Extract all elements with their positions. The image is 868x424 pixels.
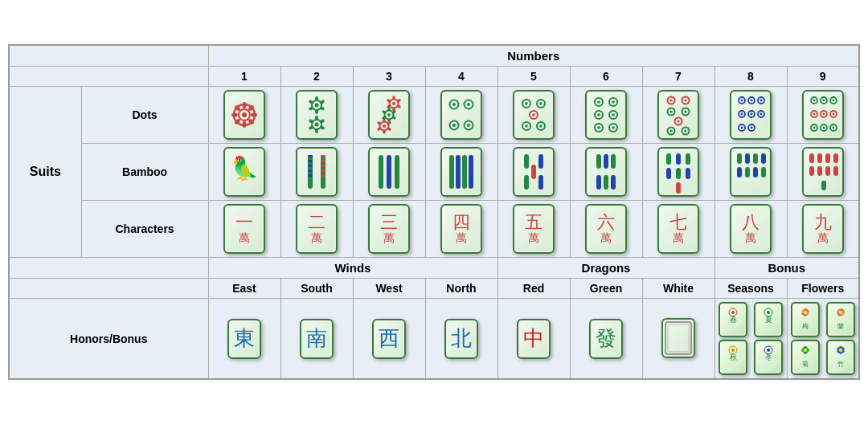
- bamboo-1-cell: 🦜: [208, 144, 280, 201]
- char-5-tile: 五 萬: [513, 204, 555, 254]
- svg-point-201: [804, 311, 807, 314]
- svg-point-82: [669, 99, 672, 101]
- bamboo-8-cell: [714, 144, 787, 201]
- svg-point-72: [612, 100, 615, 104]
- bamboo-2-tile: [296, 147, 338, 197]
- wind-west-cell: 西: [353, 299, 425, 380]
- characters-label: Characters: [81, 201, 208, 258]
- svg-rect-173: [753, 167, 758, 177]
- svg-text:蘭: 蘭: [837, 323, 844, 330]
- svg-rect-137: [321, 155, 326, 157]
- svg-point-21: [315, 116, 318, 120]
- flower-1-tile: 梅: [791, 302, 820, 337]
- flowers-cell: 梅 蘭: [787, 299, 859, 380]
- bamboo-8-tile: [730, 147, 772, 197]
- char-8-cell: 八 萬: [714, 201, 787, 258]
- col-green: Green: [570, 279, 642, 299]
- svg-rect-179: [809, 166, 814, 176]
- dot-2-tile: [296, 90, 338, 140]
- char-2-cell: 二 萬: [280, 201, 353, 258]
- svg-rect-139: [321, 165, 326, 167]
- dot-5-cell: [497, 87, 570, 144]
- svg-point-22: [319, 119, 325, 124]
- svg-point-191: [767, 311, 770, 314]
- col-west: West: [353, 279, 425, 299]
- svg-point-48: [383, 129, 386, 134]
- svg-point-116: [832, 100, 834, 102]
- svg-point-44: [383, 124, 386, 128]
- svg-text:菊: 菊: [802, 361, 809, 368]
- char-3-tile: 三 萬: [368, 204, 410, 254]
- season-4-tile: 冬: [754, 340, 783, 375]
- svg-rect-156: [611, 154, 616, 169]
- dot-3-tile: [368, 90, 410, 140]
- dragon-green-cell: 發: [570, 299, 642, 380]
- svg-point-15: [319, 106, 325, 111]
- svg-point-37: [387, 107, 391, 112]
- svg-point-29: [392, 96, 395, 100]
- dot-9-cell: [787, 87, 859, 144]
- dot-8-cell: [714, 87, 787, 144]
- dot-8-tile: [730, 90, 772, 140]
- svg-point-214: [804, 349, 807, 352]
- svg-rect-185: [668, 324, 689, 352]
- svg-rect-172: [745, 167, 750, 177]
- svg-point-23: [319, 125, 325, 130]
- svg-point-54: [467, 103, 470, 106]
- svg-point-9: [231, 113, 238, 117]
- bamboo-3-cell: [353, 144, 425, 201]
- bamboo-4-tile: [440, 147, 482, 197]
- svg-rect-170: [761, 153, 766, 164]
- svg-rect-154: [596, 154, 601, 169]
- svg-point-60: [525, 102, 528, 105]
- col-red: Red: [497, 279, 570, 299]
- svg-point-88: [684, 110, 686, 112]
- svg-point-104: [751, 113, 753, 116]
- dot-1-tile: [223, 90, 265, 140]
- col-9: 9: [787, 67, 859, 87]
- svg-point-126: [822, 127, 825, 129]
- svg-point-36: [387, 113, 391, 116]
- numbers-header: Numbers: [208, 45, 859, 67]
- svg-rect-132: [308, 160, 313, 162]
- bamboo-1-tile: 🦜: [223, 147, 265, 197]
- svg-point-90: [677, 120, 679, 122]
- char-4-cell: 四 萬: [425, 201, 497, 258]
- svg-point-16: [315, 109, 318, 114]
- svg-rect-182: [833, 166, 838, 176]
- col-2: 2: [280, 67, 353, 87]
- svg-point-20: [315, 123, 319, 127]
- col-3: 3: [353, 67, 425, 87]
- dot-3-cell: [353, 87, 425, 144]
- wind-east-cell: 東: [208, 299, 280, 380]
- dragon-white-cell: [642, 299, 714, 380]
- bamboo-2-cell: [280, 144, 353, 201]
- bamboo-9-cell: [787, 144, 859, 201]
- col-south: South: [280, 279, 353, 299]
- svg-point-128: [832, 127, 834, 129]
- mahjong-reference-table: Numbers 1 2 3 4 5 6 7 8 9 Suits Dots: [8, 44, 860, 380]
- svg-point-208: [839, 311, 842, 314]
- svg-rect-157: [596, 175, 601, 190]
- svg-point-14: [319, 100, 325, 104]
- bamboo-5-tile: [513, 147, 555, 197]
- svg-rect-140: [321, 169, 326, 172]
- season-2-tile: 夏: [754, 302, 783, 337]
- svg-rect-158: [604, 175, 608, 190]
- wind-north-tile: 北: [444, 319, 478, 359]
- svg-point-197: [767, 349, 770, 352]
- char-7-tile: 七 萬: [657, 204, 699, 254]
- svg-rect-142: [379, 155, 383, 189]
- svg-point-94: [684, 129, 686, 132]
- svg-rect-163: [666, 168, 671, 179]
- dot-9-tile: [802, 90, 844, 140]
- svg-rect-145: [449, 155, 454, 189]
- dragon-red-cell: 中: [497, 299, 570, 380]
- col-4: 4: [425, 67, 497, 87]
- svg-point-80: [612, 126, 615, 129]
- col-white: White: [642, 279, 714, 299]
- svg-point-68: [539, 124, 542, 128]
- svg-point-18: [308, 100, 313, 104]
- wind-south-tile: 南: [300, 319, 334, 359]
- svg-rect-148: [469, 155, 473, 189]
